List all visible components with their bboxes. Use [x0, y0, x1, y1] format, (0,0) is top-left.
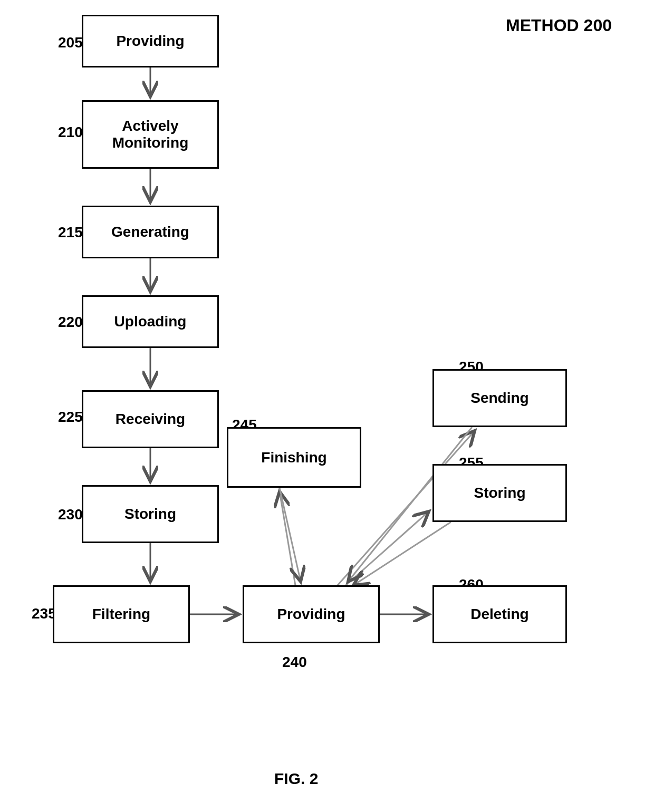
step-number-220: 220 — [58, 314, 83, 331]
step-number-205: 205 — [58, 34, 83, 51]
box-235: Filtering — [53, 585, 190, 643]
box-215: Generating — [82, 206, 219, 258]
fig-label: FIG. 2 — [274, 770, 318, 788]
svg-line-9 — [280, 491, 295, 585]
step-number-225: 225 — [58, 409, 83, 426]
box-250: Sending — [432, 369, 567, 427]
box-255: Storing — [432, 464, 567, 522]
box-240: Providing — [243, 585, 380, 643]
box-205: Providing — [82, 15, 219, 67]
svg-line-12 — [280, 488, 301, 582]
box-245: Finishing — [227, 427, 361, 488]
step-number-215: 215 — [58, 224, 83, 241]
step-number-240: 240 — [282, 654, 307, 671]
box-230: Storing — [82, 485, 219, 543]
box-260: Deleting — [432, 585, 567, 643]
svg-line-11 — [343, 511, 429, 588]
step-number-210: 210 — [58, 124, 83, 141]
box-225: Receiving — [82, 390, 219, 448]
method-title: METHOD 200 — [506, 16, 612, 35]
box-220: Uploading — [82, 295, 219, 348]
diagram-container: METHOD 200 — [0, 0, 654, 812]
step-number-230: 230 — [58, 506, 83, 523]
box-210: ActivelyMonitoring — [82, 100, 219, 169]
svg-line-14 — [353, 522, 451, 585]
